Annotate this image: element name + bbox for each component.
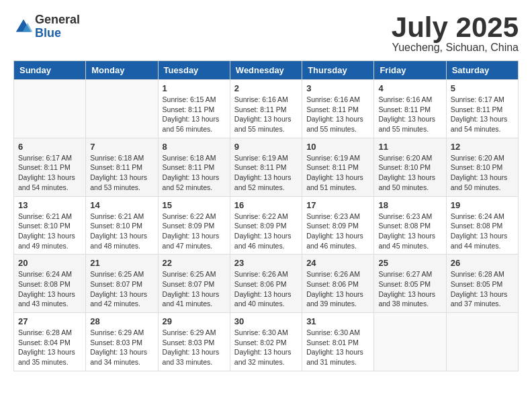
day-number: 4 <box>378 83 441 93</box>
month-title: July 2025 <box>392 13 519 42</box>
day-number: 9 <box>234 142 298 152</box>
day-number: 10 <box>306 142 369 152</box>
day-info: Sunrise: 6:22 AMSunset: 8:09 PMDaylight:… <box>234 212 298 251</box>
calendar-cell: 4Sunrise: 6:16 AMSunset: 8:11 PMDaylight… <box>374 80 446 138</box>
day-info: Sunrise: 6:19 AMSunset: 8:11 PMDaylight:… <box>306 153 369 193</box>
calendar-week-3: 13Sunrise: 6:21 AMSunset: 8:10 PMDayligh… <box>14 196 519 255</box>
day-info: Sunrise: 6:15 AMSunset: 8:11 PMDaylight:… <box>163 95 226 134</box>
day-number: 18 <box>378 200 441 210</box>
calendar-cell: 26Sunrise: 6:28 AMSunset: 8:05 PMDayligh… <box>446 255 518 313</box>
day-number: 8 <box>163 142 226 152</box>
calendar-cell: 29Sunrise: 6:29 AMSunset: 8:03 PMDayligh… <box>158 313 230 371</box>
header-tuesday: Tuesday <box>158 61 230 80</box>
calendar-cell: 11Sunrise: 6:20 AMSunset: 8:10 PMDayligh… <box>374 138 446 196</box>
day-number: 5 <box>451 83 514 93</box>
day-info: Sunrise: 6:26 AMSunset: 8:06 PMDaylight:… <box>234 269 298 309</box>
calendar-week-5: 27Sunrise: 6:28 AMSunset: 8:04 PMDayligh… <box>14 313 519 371</box>
calendar-table: SundayMondayTuesdayWednesdayThursdayFrid… <box>13 60 519 371</box>
calendar-week-1: 1Sunrise: 6:15 AMSunset: 8:11 PMDaylight… <box>14 80 519 138</box>
calendar-cell: 2Sunrise: 6:16 AMSunset: 8:11 PMDaylight… <box>230 80 302 138</box>
day-number: 7 <box>90 142 153 152</box>
day-number: 3 <box>306 83 369 93</box>
calendar-cell: 1Sunrise: 6:15 AMSunset: 8:11 PMDaylight… <box>158 80 230 138</box>
day-info: Sunrise: 6:29 AMSunset: 8:03 PMDaylight:… <box>163 328 226 367</box>
day-info: Sunrise: 6:20 AMSunset: 8:10 PMDaylight:… <box>378 153 441 193</box>
calendar-cell: 21Sunrise: 6:25 AMSunset: 8:07 PMDayligh… <box>86 255 158 313</box>
day-info: Sunrise: 6:18 AMSunset: 8:11 PMDaylight:… <box>163 153 226 193</box>
day-number: 11 <box>378 142 441 152</box>
header-friday: Friday <box>374 61 446 80</box>
day-number: 30 <box>234 316 298 326</box>
location-subtitle: Yuecheng, Sichuan, China <box>392 42 519 54</box>
header-thursday: Thursday <box>302 61 374 80</box>
day-number: 6 <box>18 142 81 152</box>
calendar-cell <box>86 80 158 138</box>
day-info: Sunrise: 6:24 AMSunset: 8:08 PMDaylight:… <box>451 212 514 251</box>
calendar-cell: 9Sunrise: 6:19 AMSunset: 8:11 PMDaylight… <box>230 138 302 196</box>
day-number: 27 <box>18 316 81 326</box>
page-header: General Blue July 2025 Yuecheng, Sichuan… <box>13 13 519 54</box>
day-number: 29 <box>163 316 226 326</box>
day-info: Sunrise: 6:30 AMSunset: 8:01 PMDaylight:… <box>306 328 369 367</box>
calendar-cell: 23Sunrise: 6:26 AMSunset: 8:06 PMDayligh… <box>230 255 302 313</box>
day-number: 24 <box>306 258 369 268</box>
calendar-cell: 14Sunrise: 6:21 AMSunset: 8:10 PMDayligh… <box>86 196 158 255</box>
header-monday: Monday <box>86 61 158 80</box>
day-number: 21 <box>90 258 153 268</box>
header-wednesday: Wednesday <box>230 61 302 80</box>
calendar-cell: 17Sunrise: 6:23 AMSunset: 8:09 PMDayligh… <box>302 196 374 255</box>
day-number: 23 <box>234 258 298 268</box>
calendar-week-4: 20Sunrise: 6:24 AMSunset: 8:08 PMDayligh… <box>14 255 519 313</box>
calendar-cell: 13Sunrise: 6:21 AMSunset: 8:10 PMDayligh… <box>14 196 86 255</box>
day-info: Sunrise: 6:25 AMSunset: 8:07 PMDaylight:… <box>163 269 226 309</box>
day-number: 2 <box>234 83 298 93</box>
calendar-cell: 19Sunrise: 6:24 AMSunset: 8:08 PMDayligh… <box>446 196 518 255</box>
calendar-cell: 20Sunrise: 6:24 AMSunset: 8:08 PMDayligh… <box>14 255 86 313</box>
calendar-cell: 5Sunrise: 6:17 AMSunset: 8:11 PMDaylight… <box>446 80 518 138</box>
day-number: 1 <box>163 83 226 93</box>
day-number: 14 <box>90 200 153 210</box>
day-info: Sunrise: 6:17 AMSunset: 8:11 PMDaylight:… <box>451 95 514 134</box>
day-info: Sunrise: 6:26 AMSunset: 8:06 PMDaylight:… <box>306 269 369 309</box>
day-number: 16 <box>234 200 298 210</box>
day-info: Sunrise: 6:21 AMSunset: 8:10 PMDaylight:… <box>18 212 81 251</box>
day-info: Sunrise: 6:23 AMSunset: 8:08 PMDaylight:… <box>378 212 441 251</box>
logo-general: General <box>35 13 80 27</box>
calendar-cell <box>374 313 446 371</box>
day-info: Sunrise: 6:28 AMSunset: 8:05 PMDaylight:… <box>451 269 514 309</box>
day-number: 26 <box>451 258 514 268</box>
day-info: Sunrise: 6:24 AMSunset: 8:08 PMDaylight:… <box>18 269 81 309</box>
logo-blue: Blue <box>35 27 80 40</box>
day-info: Sunrise: 6:17 AMSunset: 8:11 PMDaylight:… <box>18 153 81 193</box>
day-info: Sunrise: 6:23 AMSunset: 8:09 PMDaylight:… <box>306 212 369 251</box>
header-saturday: Saturday <box>446 61 518 80</box>
day-info: Sunrise: 6:29 AMSunset: 8:03 PMDaylight:… <box>90 328 153 367</box>
day-info: Sunrise: 6:25 AMSunset: 8:07 PMDaylight:… <box>90 269 153 309</box>
calendar-cell: 3Sunrise: 6:16 AMSunset: 8:11 PMDaylight… <box>302 80 374 138</box>
day-info: Sunrise: 6:28 AMSunset: 8:04 PMDaylight:… <box>18 328 81 367</box>
calendar-cell: 18Sunrise: 6:23 AMSunset: 8:08 PMDayligh… <box>374 196 446 255</box>
day-number: 15 <box>163 200 226 210</box>
calendar-cell: 25Sunrise: 6:27 AMSunset: 8:05 PMDayligh… <box>374 255 446 313</box>
calendar-cell: 16Sunrise: 6:22 AMSunset: 8:09 PMDayligh… <box>230 196 302 255</box>
day-info: Sunrise: 6:20 AMSunset: 8:10 PMDaylight:… <box>451 153 514 193</box>
title-block: July 2025 Yuecheng, Sichuan, China <box>392 13 519 54</box>
calendar-cell: 15Sunrise: 6:22 AMSunset: 8:09 PMDayligh… <box>158 196 230 255</box>
calendar-cell: 6Sunrise: 6:17 AMSunset: 8:11 PMDaylight… <box>14 138 86 196</box>
calendar-cell: 12Sunrise: 6:20 AMSunset: 8:10 PMDayligh… <box>446 138 518 196</box>
day-number: 22 <box>163 258 226 268</box>
logo-text: General Blue <box>35 13 80 40</box>
day-info: Sunrise: 6:16 AMSunset: 8:11 PMDaylight:… <box>234 95 298 134</box>
day-info: Sunrise: 6:21 AMSunset: 8:10 PMDaylight:… <box>90 212 153 251</box>
day-info: Sunrise: 6:19 AMSunset: 8:11 PMDaylight:… <box>234 153 298 193</box>
calendar-cell: 10Sunrise: 6:19 AMSunset: 8:11 PMDayligh… <box>302 138 374 196</box>
logo: General Blue <box>13 13 80 40</box>
calendar-cell: 22Sunrise: 6:25 AMSunset: 8:07 PMDayligh… <box>158 255 230 313</box>
day-number: 20 <box>18 258 81 268</box>
calendar-cell: 30Sunrise: 6:30 AMSunset: 8:02 PMDayligh… <box>230 313 302 371</box>
header-sunday: Sunday <box>14 61 86 80</box>
calendar-cell: 8Sunrise: 6:18 AMSunset: 8:11 PMDaylight… <box>158 138 230 196</box>
day-number: 25 <box>378 258 441 268</box>
day-number: 28 <box>90 316 153 326</box>
day-number: 12 <box>451 142 514 152</box>
